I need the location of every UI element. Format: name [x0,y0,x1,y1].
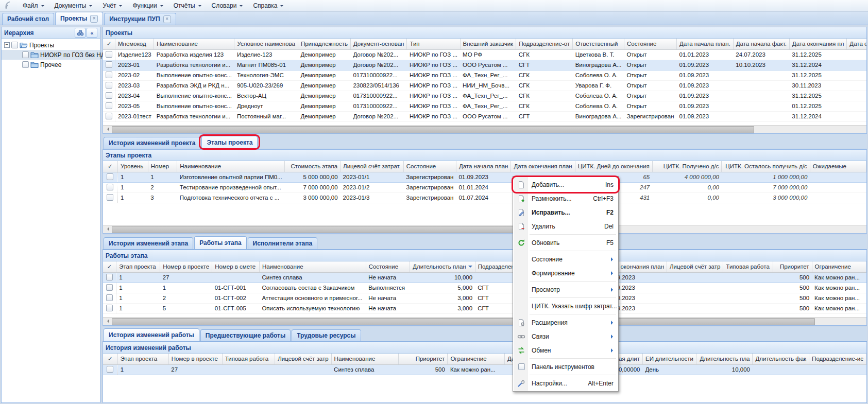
table-row[interactable]: 2023-03Разработка ЭКД и РКД н...905-U020… [103,80,867,91]
tab-история-изменений-работы[interactable]: История изменений работы [104,328,199,341]
row-checkbox-cell[interactable] [103,91,115,101]
column-header[interactable]: Типовая работа [723,261,773,272]
tab-close-icon[interactable]: × [163,15,171,23]
menubar-item[interactable]: Справка [248,1,288,10]
table-row[interactable]: 1101-СГТ-001Согласовать состав с Заказчи… [103,283,866,293]
table-row[interactable]: 2023-01Разработка технологии и...Магнит … [103,60,867,70]
menubar-item[interactable]: Словари [207,1,248,10]
context-menu-item[interactable]: Настройки...Alt+Enter [514,376,618,390]
select-all-header[interactable]: ✓ [103,354,117,364]
context-menu-item[interactable]: Исправить...F2 [514,205,618,219]
column-header[interactable]: Номер в проекте [160,261,212,272]
row-checkbox-cell[interactable] [103,172,117,182]
row-checkbox-cell[interactable] [103,293,116,303]
column-header[interactable]: Дата начала план. [677,39,734,49]
checkbox[interactable] [107,173,113,180]
scrollbar-thumb[interactable] [112,318,815,325]
checkbox[interactable] [22,61,29,68]
menubar-item[interactable]: Функции [127,1,168,10]
table-row[interactable]: 2023-05Выполнение опытно-конс...Дредноут… [103,101,867,111]
column-header[interactable]: Длительность фак [753,354,809,364]
column-header[interactable]: Подразделение-от [516,39,573,49]
table-row[interactable]: 12Тестирование произведенной опыт...7 00… [103,182,866,192]
checkbox[interactable] [106,82,112,89]
tab-проекты[interactable]: Проекты× [55,12,103,25]
collapse-expander-icon[interactable]: − [4,42,10,48]
column-header[interactable]: Длительность план [410,261,475,272]
checkbox[interactable] [22,51,29,58]
checkbox[interactable] [107,366,113,373]
column-header[interactable]: Тип [407,39,460,49]
tab-исполнители-этапа[interactable]: Исполнители этапа [248,237,318,249]
column-header[interactable]: Длительность пла [696,354,753,364]
context-menu-item[interactable]: Формирование [514,266,618,280]
row-checkbox-cell[interactable] [103,182,117,192]
table-row[interactable]: 2023-02Выполнение опытно-конс...Технолог… [103,70,867,80]
column-header[interactable]: Дата начала план [456,161,511,172]
checkbox[interactable] [518,363,525,370]
scroll-left-button[interactable] [103,126,111,133]
column-header[interactable]: Номер [148,161,177,172]
column-header[interactable]: Номер в смете [212,261,260,272]
scrollbar-thumb[interactable] [112,126,754,133]
context-menu-item[interactable]: Добавить...Ins [514,178,618,191]
column-header[interactable]: Номер в проекте [168,354,222,364]
horizontal-scrollbar[interactable] [103,125,866,133]
select-all-header[interactable]: ✓ [103,161,117,172]
collapse-panel-button[interactable]: « [87,28,97,38]
column-header[interactable]: Состояние [366,261,410,272]
column-header[interactable]: Стоимость этапа [285,161,341,172]
context-menu-item[interactable]: Размножить...Ctrl+F3 [514,191,618,205]
context-menu-item[interactable]: ОбновитьF5 [514,236,618,250]
checkbox[interactable] [106,305,113,311]
row-checkbox-cell[interactable] [103,60,115,70]
column-header[interactable]: Условное наименова [234,39,298,49]
tree-node[interactable]: Прочее [2,60,100,69]
column-header[interactable]: Дата окончания план [511,161,575,172]
column-header[interactable]: Уровень [117,161,148,172]
checkbox[interactable] [106,113,112,119]
checkbox[interactable] [106,61,112,68]
context-menu-item[interactable]: Просмотр [514,283,618,296]
column-header[interactable]: Ожидаемые [810,161,866,172]
row-checkbox-cell[interactable] [103,80,115,91]
row-checkbox-cell[interactable] [103,283,116,293]
tab-предшествующие-работы[interactable]: Предшествующие работы [200,329,291,341]
table-row[interactable]: 127Синтез сплаваНе начата10,00014.09.202… [103,272,866,283]
select-all-header[interactable]: ✓ [103,261,116,272]
row-checkbox-cell[interactable] [103,70,115,80]
scroll-left-button[interactable] [103,225,111,233]
column-header[interactable]: Лицевой счёт затр [667,261,723,272]
tab-история-изменений-проекта[interactable]: История изменений проекта [104,137,200,149]
context-menu-item[interactable]: Обмен [514,343,618,357]
table-row[interactable]: 127Синтез сплава500Как можно ран...10,00… [103,364,866,375]
menubar-item[interactable]: Документы [49,1,98,10]
column-header[interactable]: Подразделение-ис [809,354,866,364]
column-header[interactable]: Состояние [624,39,676,49]
context-menu-item[interactable]: ЦИТК. Указать шифр затрат... [514,299,618,313]
checkbox[interactable] [106,294,113,301]
column-header[interactable]: Лицевой счёт затр [275,354,331,364]
tab-этапы-проекта[interactable]: Этапы проекта [201,136,258,149]
checkbox[interactable] [107,194,113,201]
table-row[interactable]: 1201-СГТ-002Аттестация основного и приме… [103,293,866,303]
checkbox[interactable] [106,72,112,78]
row-checkbox-cell[interactable] [103,192,117,203]
column-header[interactable]: Приоритет [399,354,448,364]
checkbox[interactable] [107,184,113,190]
column-header[interactable]: Наименование [259,261,366,272]
column-header[interactable]: Приоритет [773,261,812,272]
table-row[interactable]: Изделие123Разработка изделия 123Изделие-… [103,49,867,60]
tab-close-icon[interactable]: × [90,15,98,23]
checkbox[interactable] [106,284,113,291]
table-row[interactable]: 2023-01тестРазработка технологии и...Пос… [103,111,867,121]
column-header[interactable]: Дата начала факт. [733,39,789,49]
column-header[interactable]: ЦИТК. Получено д/с [652,161,722,172]
checkbox[interactable] [106,274,113,280]
checkbox[interactable] [106,92,112,99]
table-row[interactable]: 1501-СГТ-005Описать используемую техноло… [103,303,866,313]
column-header[interactable]: Состояние [403,161,456,172]
context-menu-item[interactable]: Расширения [514,315,618,329]
row-checkbox-cell[interactable] [103,111,115,121]
column-header[interactable]: Ответственный [573,39,624,49]
